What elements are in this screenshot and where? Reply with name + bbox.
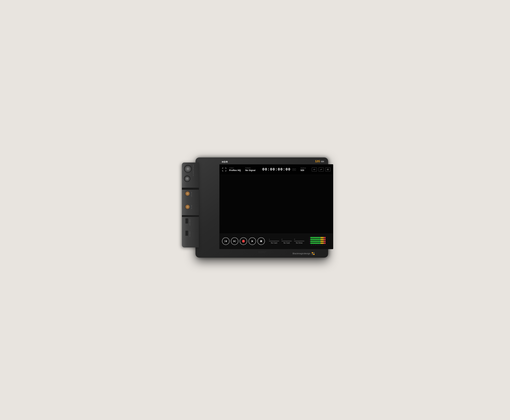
hdmi-in-label: HDMI IN	[189, 232, 190, 237]
storage-slots: 1 No Card 2 No Card 3	[269, 239, 304, 244]
hdmi-in-connector: HDMI IN	[185, 231, 188, 236]
brand-sq-orange-2	[313, 254, 315, 255]
controls-bar: 1 No Card 2 No Card 3	[220, 233, 333, 249]
brand-squares	[312, 252, 315, 255]
meter-row-3: 3	[309, 241, 327, 242]
hud-format: FORMAT No Signal	[245, 167, 255, 172]
sdi-in-label: SDI IN	[191, 205, 192, 209]
stop-button[interactable]	[257, 237, 265, 245]
slot-1-label: No Card	[271, 242, 277, 244]
sdi-out-label: SDI OUT	[191, 192, 192, 197]
hud-right-buttons: AC	[312, 167, 331, 172]
play-button[interactable]	[248, 237, 256, 245]
scope-button[interactable]	[319, 167, 324, 172]
slot-3-number: 3	[294, 239, 295, 240]
device-body: HDR 12G SDI	[195, 158, 328, 258]
screen: CODEC ProRes HQ FORMAT No Signal 00:00:0…	[219, 164, 333, 249]
blackmagic-logo: Blackmagicdesign	[293, 252, 315, 255]
format-label: FORMAT	[245, 167, 255, 169]
hdmi-out-connector: HDMI OUT	[185, 218, 188, 224]
skip-back-button[interactable]	[222, 237, 230, 245]
hud-top-bar: CODEC ProRes HQ FORMAT No Signal 00:00:0…	[220, 165, 333, 175]
source-value: SDI	[301, 169, 306, 172]
connector-divider-2	[182, 215, 199, 217]
format-value: No Signal	[245, 169, 255, 172]
timecode-display: 00:00:00:00	[262, 167, 291, 172]
codec-value: ProRes HQ	[229, 169, 241, 172]
audio-meters: 1	[309, 237, 327, 246]
screen-content: CODEC ProRes HQ FORMAT No Signal 00:00:0…	[220, 165, 333, 249]
device-wrapper: PUSH PUSH ANALOG AUDIO IN SDI OUT SDI	[182, 158, 328, 263]
push-label-2: PUSH	[182, 180, 183, 183]
sdi-badge: 12G SDI	[315, 160, 324, 163]
settings-button[interactable]	[325, 167, 331, 172]
record-button[interactable]	[240, 237, 247, 245]
svg-marker-7	[252, 240, 253, 242]
timecode-section: 00:00:00:00 TC	[261, 167, 296, 172]
meter-row-1: 1	[309, 237, 327, 238]
meter-bar-1	[310, 237, 325, 238]
bnc-sdi-out: SDI OUT	[185, 191, 190, 196]
meter-bar-3	[310, 241, 325, 242]
svg-rect-3	[225, 240, 225, 242]
svg-rect-8	[260, 240, 262, 242]
scene: PUSH PUSH ANALOG AUDIO IN SDI OUT SDI	[178, 152, 332, 268]
meter-scale-labels: -50 -40 -30 -25 -20 -15 -10 -5 0	[309, 245, 327, 246]
record-dot	[242, 240, 245, 242]
meter-channels: 1	[309, 237, 327, 244]
analog-audio-label: ANALOG AUDIO IN	[193, 165, 194, 176]
hud-source: SOURCE SDI	[301, 167, 306, 172]
speaker-grille	[258, 251, 267, 253]
slot-1-number: 1	[269, 239, 270, 240]
storage-slot-2: 2 No Card	[282, 239, 292, 244]
hdmi-out-label: HDMI OUT	[189, 219, 190, 226]
xlr-connector-1	[184, 175, 190, 182]
ac-button[interactable]: AC	[312, 167, 317, 172]
skip-forward-button[interactable]	[231, 237, 238, 245]
transport-buttons	[222, 237, 265, 245]
slot-3-label: No Drive	[296, 242, 303, 244]
slot-2-number: 2	[282, 239, 282, 240]
brand-text: Blackmagicdesign	[293, 252, 310, 255]
svg-rect-5	[235, 240, 236, 242]
push-label-1: PUSH	[182, 167, 183, 171]
connector-divider-1	[182, 188, 199, 190]
frame-bracket-icon	[222, 168, 226, 171]
storage-slot-3: 3 No Drive	[294, 239, 304, 244]
bnc-sdi-in: SDI IN	[185, 204, 190, 210]
brand-sq-orange-1	[312, 252, 313, 253]
device-side: PUSH PUSH ANALOG AUDIO IN SDI OUT SDI	[182, 163, 199, 248]
hud-codec: CODEC ProRes HQ	[229, 167, 241, 172]
slot-2-bar	[282, 241, 292, 241]
slot-1-bar	[269, 241, 279, 241]
meter-bar-4	[310, 242, 325, 244]
source-label: SOURCE	[301, 167, 306, 169]
meter-bar-2	[310, 239, 325, 240]
brand-sq-dark-1	[313, 252, 315, 253]
slot-2-label: No Card	[283, 242, 290, 244]
tc-badge: TC	[293, 168, 296, 171]
storage-slot-1: 1 No Card	[269, 239, 279, 244]
slot-3-bar	[294, 241, 304, 241]
brand-sq-dark-2	[312, 254, 313, 255]
codec-label: CODEC	[229, 167, 241, 169]
xlr-connector-2: ANALOG AUDIO IN	[184, 165, 192, 173]
svg-marker-4	[225, 240, 227, 242]
meter-row-4: 4	[309, 242, 327, 244]
svg-marker-6	[234, 240, 235, 242]
meter-row-2: 2	[309, 239, 327, 240]
hdr-label: HDR	[222, 160, 228, 163]
